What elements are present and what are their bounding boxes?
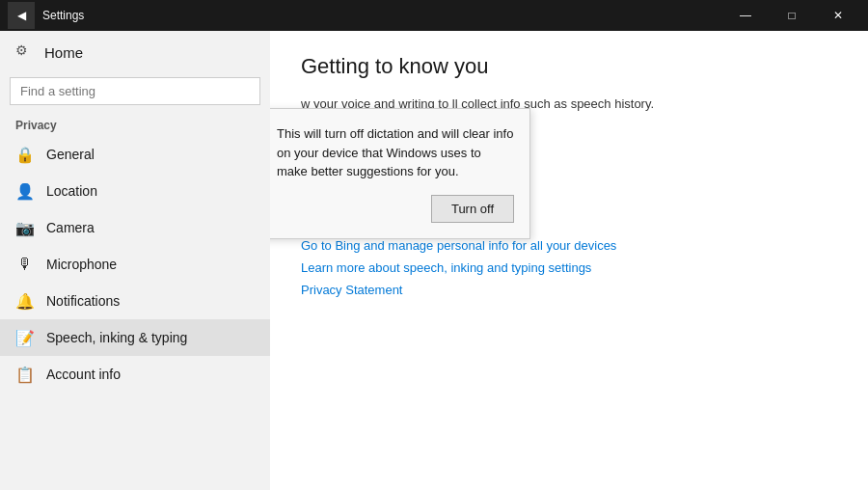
sidebar-microphone-label: Microphone [46, 257, 117, 272]
speech-settings-link[interactable]: Learn more about speech, inking and typi… [301, 260, 837, 275]
popup-actions: Turn off [277, 195, 514, 223]
sidebar-speech-label: Speech, inking & typing [46, 330, 187, 345]
minimize-button[interactable]: — [723, 0, 768, 31]
sidebar-item-location[interactable]: 👤 Location [0, 173, 270, 209]
location-icon: 👤 [15, 181, 35, 201]
sidebar-item-account-info[interactable]: 📋 Account info [0, 356, 270, 393]
sidebar-item-speech[interactable]: 📝 Speech, inking & typing [0, 319, 270, 356]
back-button[interactable]: ◀ [8, 2, 35, 29]
turn-off-button[interactable]: Turn off [431, 195, 514, 223]
window-controls: — □ ✕ [723, 0, 860, 31]
content-area: Getting to know you w your voice and wri… [270, 31, 868, 490]
sidebar-item-microphone[interactable]: 🎙 Microphone [0, 246, 270, 283]
popup-message: This will turn off dictation and will cl… [277, 124, 514, 181]
sidebar-account-label: Account info [46, 367, 121, 382]
sidebar-item-general[interactable]: 🔒 General [0, 136, 270, 173]
turn-off-popup: This will turn off dictation and will cl… [270, 108, 530, 239]
microphone-icon: 🎙 [15, 255, 35, 274]
bing-manage-link[interactable]: Go to Bing and manage personal info for … [301, 238, 837, 253]
sidebar-item-camera[interactable]: 📷 Camera [0, 209, 270, 246]
page-title: Getting to know you [301, 54, 837, 79]
sidebar-location-label: Location [46, 183, 97, 199]
title-bar: ◀ Settings — □ ✕ [0, 0, 868, 31]
search-box [10, 77, 260, 105]
notifications-icon: 🔔 [15, 291, 35, 311]
sidebar-item-notifications[interactable]: 🔔 Notifications [0, 283, 270, 319]
general-icon: 🔒 [15, 145, 35, 164]
sidebar-home[interactable]: ⚙ Home [0, 31, 270, 73]
maximize-button[interactable]: □ [770, 0, 814, 31]
sidebar-camera-label: Camera [46, 220, 95, 235]
back-icon: ◀ [17, 9, 26, 22]
home-icon: ⚙ [15, 42, 35, 62]
sidebar-general-label: General [46, 147, 95, 162]
speech-icon: 📝 [15, 328, 35, 347]
home-label: Home [44, 44, 83, 61]
app-title: Settings [42, 9, 723, 22]
close-button[interactable]: ✕ [816, 0, 860, 31]
sidebar: ⚙ Home Privacy 🔒 General 👤 Location 📷 Ca… [0, 31, 270, 490]
app-body: ⚙ Home Privacy 🔒 General 👤 Location 📷 Ca… [0, 31, 868, 490]
account-icon: 📋 [15, 365, 35, 384]
sidebar-section-privacy: Privacy [0, 113, 270, 136]
search-input[interactable] [10, 77, 260, 105]
sidebar-notifications-label: Notifications [46, 293, 120, 309]
privacy-statement-link[interactable]: Privacy Statement [301, 283, 837, 297]
camera-icon: 📷 [15, 218, 35, 237]
